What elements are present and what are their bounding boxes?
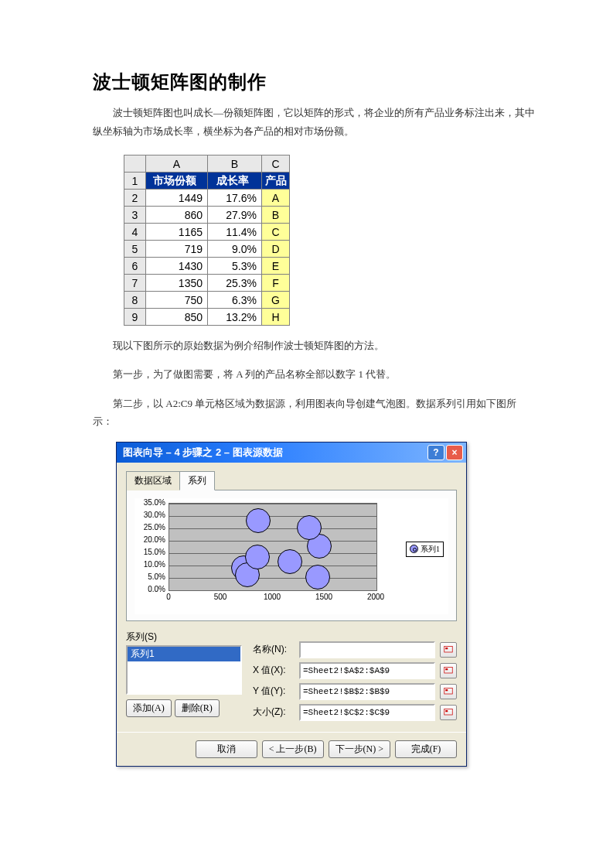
close-button[interactable]: × — [446, 445, 463, 460]
ref-picker-button[interactable] — [440, 684, 457, 699]
corner-cell — [124, 155, 146, 173]
chart-preview-pane: 35.0% 30.0% 25.0% 20.0% 15.0% 10.0% 5.0%… — [126, 490, 457, 621]
bubble-point — [305, 565, 330, 589]
next-button[interactable]: 下一步(N) > — [329, 740, 390, 758]
series-list-label: 系列(S) — [126, 630, 242, 644]
back-button[interactable]: < 上一步(B) — [262, 740, 324, 758]
cell: D — [262, 241, 290, 258]
cell: 1449 — [146, 190, 208, 207]
bubble-point — [278, 549, 302, 574]
x-tick: 500 — [209, 593, 232, 601]
series-list-item[interactable]: 系列1 — [128, 647, 240, 661]
intro-paragraph: 波士顿矩阵图也叫成长—份额矩阵图，它以矩阵的形式，将企业的所有产品业务标注出来，… — [93, 104, 536, 141]
x-tick: 0 — [157, 593, 180, 601]
cell: 1430 — [146, 258, 208, 275]
row-header: 9 — [124, 309, 146, 326]
tab-series[interactable]: 系列 — [179, 471, 215, 490]
row-header: 5 — [124, 241, 146, 258]
y-tick: 20.0% — [135, 535, 165, 544]
step-intro: 现以下图所示的原始数据为例介绍制作波士顿矩阵图的方法。 — [93, 337, 536, 354]
x-tick: 1000 — [261, 593, 284, 601]
bubble-chart-preview: 35.0% 30.0% 25.0% 20.0% 15.0% 10.0% 5.0%… — [135, 498, 448, 614]
dialog-title: 图表向导 – 4 步骤之 2 – 图表源数据 — [123, 446, 283, 460]
svg-rect-1 — [445, 648, 448, 649]
bubble-point — [297, 515, 322, 540]
bubble-point — [246, 508, 271, 533]
header-cell: 成长率 — [208, 173, 262, 190]
row-header: 7 — [124, 275, 146, 292]
y-tick: 10.0% — [135, 560, 165, 569]
x-input[interactable]: =Sheet2!$A$2:$A$9 — [299, 662, 435, 679]
svg-rect-3 — [445, 668, 448, 670]
step-2: 第二步，以 A2:C9 单元格区域为数据源，利用图表向导创建气泡图。数据系列引用… — [93, 395, 536, 431]
delete-series-button[interactable]: 删除(R) — [175, 699, 220, 717]
cell: B — [262, 207, 290, 224]
excel-table: A B C 1 市场份额 成长率 产品 2144917.6%A 386027.9… — [124, 155, 536, 326]
cell: 860 — [146, 207, 208, 224]
y-tick: 25.0% — [135, 523, 165, 531]
header-cell: 产品 — [262, 173, 290, 190]
cell: F — [262, 275, 290, 292]
legend-marker-icon — [410, 545, 418, 553]
cell: 850 — [146, 309, 208, 326]
cell: A — [262, 190, 290, 207]
cell: 11.4% — [208, 224, 262, 241]
cell: G — [262, 292, 290, 309]
cancel-button[interactable]: 取消 — [196, 740, 257, 758]
tab-data-range[interactable]: 数据区域 — [126, 471, 180, 490]
cell: 25.3% — [208, 275, 262, 292]
page-title: 波士顿矩阵图的制作 — [93, 70, 536, 94]
row-header: 1 — [124, 173, 146, 190]
row-header: 3 — [124, 207, 146, 224]
name-label: 名称(N): — [253, 643, 295, 656]
y-label: Y 值(Y): — [253, 685, 295, 698]
svg-rect-5 — [445, 689, 448, 691]
titlebar[interactable]: 图表向导 – 4 步骤之 2 – 图表源数据 ? × — [117, 443, 466, 463]
ref-picker-button[interactable] — [440, 705, 457, 720]
row-header: 4 — [124, 224, 146, 241]
size-input[interactable]: =Sheet2!$C$2:$C$9 — [299, 704, 435, 721]
x-label: X 值(X): — [253, 664, 295, 677]
plot-area — [169, 503, 377, 591]
y-tick: 35.0% — [135, 498, 165, 507]
step-1: 第一步，为了做图需要，将 A 列的产品名称全部以数字 1 代替。 — [93, 365, 536, 383]
col-header-C: C — [262, 155, 290, 173]
cell: 1165 — [146, 224, 208, 241]
x-tick: 2000 — [364, 593, 387, 601]
legend: 系列1 — [406, 542, 444, 557]
cell: 13.2% — [208, 309, 262, 326]
y-input[interactable]: =Sheet2!$B$2:$B$9 — [299, 683, 435, 700]
header-cell: 市场份额 — [146, 173, 208, 190]
cell: 27.9% — [208, 207, 262, 224]
cell: 719 — [146, 241, 208, 258]
cell: H — [262, 309, 290, 326]
finish-button[interactable]: 完成(F) — [395, 740, 457, 758]
y-tick: 30.0% — [135, 511, 165, 519]
series-listbox[interactable]: 系列1 — [126, 645, 242, 695]
ref-picker-button[interactable] — [440, 642, 457, 658]
col-header-A: A — [146, 155, 208, 173]
cell: 750 — [146, 292, 208, 309]
x-tick: 1500 — [312, 593, 335, 601]
y-tick: 5.0% — [135, 572, 165, 581]
y-tick: 15.0% — [135, 548, 165, 556]
cell: C — [262, 224, 290, 241]
add-series-button[interactable]: 添加(A) — [126, 699, 172, 717]
cell: 9.0% — [208, 241, 262, 258]
row-header: 8 — [124, 292, 146, 309]
cell: 17.6% — [208, 190, 262, 207]
name-input[interactable] — [299, 641, 435, 658]
bubble-point — [245, 545, 270, 569]
row-header: 2 — [124, 190, 146, 207]
svg-rect-7 — [445, 710, 448, 712]
row-header: 6 — [124, 258, 146, 275]
cell: 1350 — [146, 275, 208, 292]
cell: 6.3% — [208, 292, 262, 309]
cell: E — [262, 258, 290, 275]
chart-wizard-dialog: 图表向导 – 4 步骤之 2 – 图表源数据 ? × 数据区域 系列 35.0%… — [116, 442, 467, 767]
ref-picker-button[interactable] — [440, 663, 457, 678]
col-header-B: B — [208, 155, 262, 173]
size-label: 大小(Z): — [253, 706, 295, 719]
help-button[interactable]: ? — [427, 445, 444, 460]
legend-label: 系列1 — [421, 544, 440, 555]
